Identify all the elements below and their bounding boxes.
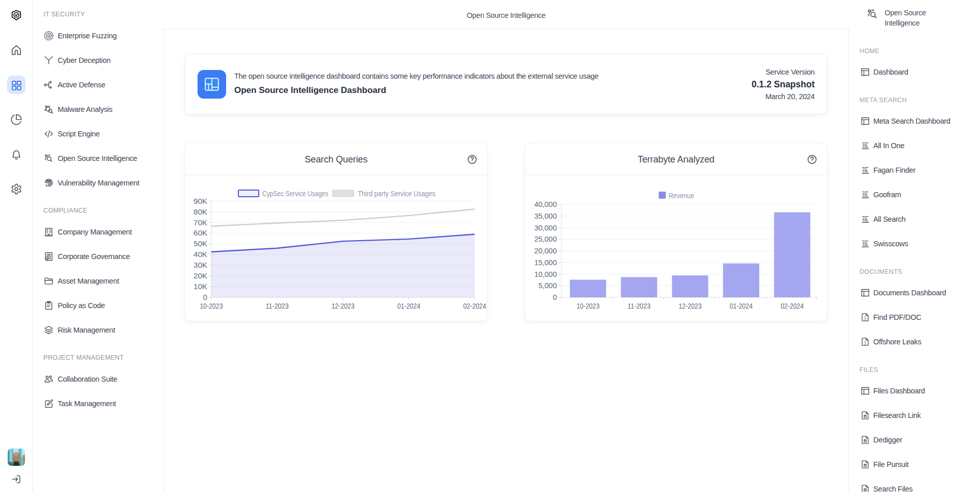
svg-text:10K: 10K [193,282,207,291]
svg-text:50K: 50K [193,239,207,248]
svg-text:10-2023: 10-2023 [200,302,223,310]
svg-text:20,000: 20,000 [534,247,557,255]
svg-text:02-2024: 02-2024 [463,302,486,310]
svg-text:15,000: 15,000 [534,259,557,267]
svg-text:0: 0 [203,293,207,301]
svg-text:12-2023: 12-2023 [332,302,355,310]
svg-text:11-2023: 11-2023 [266,302,289,310]
svg-text:CypSec Service Usages: CypSec Service Usages [262,189,328,198]
svg-text:25,000: 25,000 [534,235,557,243]
svg-text:5,000: 5,000 [538,282,557,290]
svg-text:01-2024: 01-2024 [398,302,421,310]
svg-text:60K: 60K [193,228,207,237]
svg-text:90K: 90K [193,197,207,205]
svg-text:10-2023: 10-2023 [577,302,600,310]
svg-text:11-2023: 11-2023 [628,302,651,310]
svg-text:80K: 80K [193,207,207,216]
svg-text:40K: 40K [193,250,207,259]
svg-text:12-2023: 12-2023 [679,302,702,310]
svg-text:0: 0 [553,293,557,301]
svg-text:40,000: 40,000 [534,200,557,208]
svg-text:30K: 30K [193,261,207,269]
svg-text:35,000: 35,000 [534,212,557,220]
svg-text:02-2024: 02-2024 [781,302,804,310]
svg-text:70K: 70K [193,218,207,227]
svg-text:20K: 20K [193,271,207,280]
svg-text:30,000: 30,000 [534,224,557,232]
svg-text:10,000: 10,000 [534,270,557,278]
svg-text:Third party Service Usages: Third party Service Usages [358,189,435,198]
svg-text:01-2024: 01-2024 [730,302,753,310]
svg-text:Revenue: Revenue [669,191,694,200]
